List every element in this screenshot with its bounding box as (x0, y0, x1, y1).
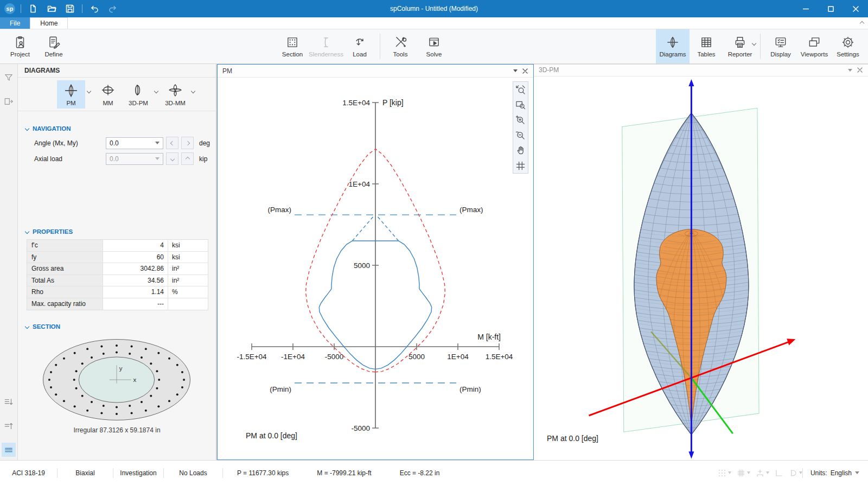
load-button[interactable]: Load (343, 29, 376, 63)
solve-button[interactable]: Solve (417, 29, 451, 63)
pm-dropdown-chevron[interactable] (87, 87, 91, 94)
maximize-button[interactable] (818, 0, 843, 17)
chevron-down-icon (170, 156, 174, 161)
mm3d-diagram-button[interactable]: 3D-MM (161, 80, 189, 109)
units-selector[interactable]: Units: English (810, 469, 859, 477)
navigation-section-header[interactable]: NAVIGATION (18, 120, 216, 135)
save-button[interactable] (63, 2, 76, 15)
status-run-mode[interactable]: Investigation (113, 466, 163, 480)
diagrams-panel-title: DIAGRAMS (18, 64, 216, 78)
axial-load-up-button[interactable] (181, 152, 194, 165)
redo-button[interactable] (106, 2, 119, 15)
save-icon (66, 4, 74, 13)
svg-text:1E+04: 1E+04 (447, 353, 469, 361)
reporter-button[interactable]: Reporter (723, 29, 757, 63)
svg-text:(Pmin): (Pmin) (270, 385, 291, 393)
property-label: fy (27, 252, 103, 263)
tab-file[interactable]: File (0, 17, 30, 29)
reporter-dropdown-chevron[interactable] (752, 39, 756, 47)
angle-row: Angle (Mx, My) 0.0 deg (18, 135, 216, 151)
mm-diagram-button[interactable]: MM (94, 80, 122, 109)
properties-table: f'c 4 ksi fy 60 ksi Gross area 3042.86 i… (27, 239, 208, 310)
redo-icon (108, 4, 118, 13)
sort-descending-button[interactable] (2, 395, 16, 409)
pm3d-panel-close-button[interactable] (855, 65, 865, 75)
grid-toggle-button[interactable] (513, 158, 528, 173)
window-title: spColumn - Untitled (Modified) (0, 5, 868, 12)
axial-load-value: 0.0 (110, 155, 119, 163)
pm3d-diagram-icon (130, 82, 146, 99)
divider (82, 4, 82, 13)
export-arrow-icon (4, 97, 14, 106)
property-unit: ksi (168, 252, 208, 263)
pm-diagram-button[interactable]: PM (57, 80, 85, 109)
define-button[interactable]: Define (37, 29, 71, 63)
dropdown-arrow-icon (155, 142, 159, 144)
settings-button[interactable]: Settings (831, 29, 865, 63)
pm-panel-close-button[interactable] (520, 66, 530, 76)
undo-button[interactable] (88, 2, 101, 15)
open-file-button[interactable] (45, 2, 58, 15)
status-ecc-value: Ecc = -8.22 in (386, 469, 454, 477)
collapse-chevron-icon (25, 229, 29, 234)
pm-interaction-diagram[interactable]: 1.5E+041E+045000-5000-1.5E+04-1E+04-5000… (218, 78, 533, 460)
collapse-ribbon-button[interactable] (860, 17, 864, 29)
angle-unit: deg (199, 139, 210, 147)
property-label: Gross area (27, 263, 103, 275)
filter-button[interactable] (2, 71, 16, 85)
section-label: Section (282, 51, 303, 58)
export-panel-button[interactable] (2, 94, 16, 109)
pm3d-dropdown-chevron[interactable] (155, 87, 158, 94)
angle-next-button[interactable] (181, 137, 194, 149)
axial-load-down-button[interactable] (166, 152, 178, 165)
angle-combobox[interactable]: 0.0 (106, 137, 163, 149)
load-icon (353, 35, 367, 49)
display-label: Display (770, 51, 791, 58)
section-section-header[interactable]: SECTION (18, 318, 216, 333)
zoom-out-button[interactable] (513, 127, 528, 143)
collapse-chevron-icon (25, 126, 29, 131)
properties-section-header[interactable]: PROPERTIES (18, 223, 216, 238)
menu-button[interactable] (2, 443, 16, 457)
rotate-view-button[interactable] (789, 469, 802, 477)
pm-diagram-panel: PM 1.5E+041E+045000-5000-1.5E+04-1E+04-5… (217, 64, 534, 460)
status-loads[interactable]: No Loads (164, 466, 222, 480)
pm-panel-dropdown-button[interactable] (510, 66, 520, 76)
collapse-chevron-icon (25, 324, 29, 329)
status-bending-mode[interactable]: Biaxial (58, 466, 113, 480)
close-button[interactable] (843, 0, 868, 17)
pm3d-view-canvas[interactable]: PM at 0.0 [deg] (534, 76, 868, 460)
grid-lines-button[interactable] (737, 469, 750, 477)
chevron-down-icon (87, 88, 91, 93)
status-design-code[interactable]: ACI 318-19 (0, 466, 57, 480)
zoom-in-button[interactable] (513, 112, 528, 127)
axes-button[interactable] (775, 469, 783, 477)
svg-text:M [k-ft]: M [k-ft] (477, 333, 501, 341)
pm3d-surface-view[interactable] (534, 76, 868, 460)
diagrams-button[interactable]: Diagrams (656, 29, 690, 63)
tab-home[interactable]: Home (30, 17, 68, 29)
axial-load-combobox[interactable]: 0.0 (106, 153, 163, 165)
pm3d-panel-dropdown-button[interactable] (845, 65, 855, 75)
tables-button[interactable]: Tables (690, 29, 723, 63)
ribbon-tab-row: File Home (0, 17, 868, 29)
angle-previous-button[interactable] (166, 137, 178, 149)
display-button[interactable]: Display (764, 29, 797, 63)
tools-button[interactable]: Tools (384, 29, 417, 63)
pm3d-diagram-button[interactable]: 3D-PM (124, 80, 152, 109)
pm-chart-canvas[interactable]: 1.5E+041E+045000-5000-1.5E+04-1E+04-5000… (218, 78, 533, 460)
sort-ascending-button[interactable] (2, 419, 16, 433)
project-button[interactable]: Project (3, 29, 37, 63)
section-button[interactable]: Section (276, 29, 309, 63)
minimize-button[interactable] (793, 0, 818, 17)
new-file-button[interactable] (27, 2, 40, 15)
pan-button[interactable] (513, 143, 528, 158)
pm3d-panel: 3D-PM PM at 0.0 [deg] (534, 64, 868, 460)
snap-button[interactable] (756, 469, 769, 477)
zoom-window-button[interactable] (513, 97, 528, 112)
dots-grid-button[interactable] (718, 469, 731, 477)
viewports-button[interactable]: Viewports (797, 29, 831, 63)
zoom-extents-button[interactable] (513, 82, 528, 97)
mm3d-dropdown-chevron[interactable] (192, 87, 195, 94)
property-value: 1.14 (103, 286, 168, 298)
